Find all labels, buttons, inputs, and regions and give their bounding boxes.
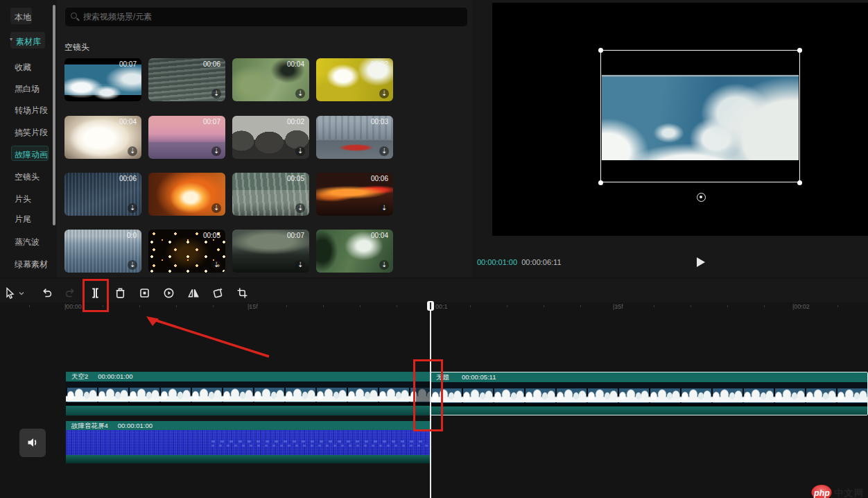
- svg-text:中文网: 中文网: [834, 488, 865, 498]
- svg-text:php: php: [813, 488, 830, 498]
